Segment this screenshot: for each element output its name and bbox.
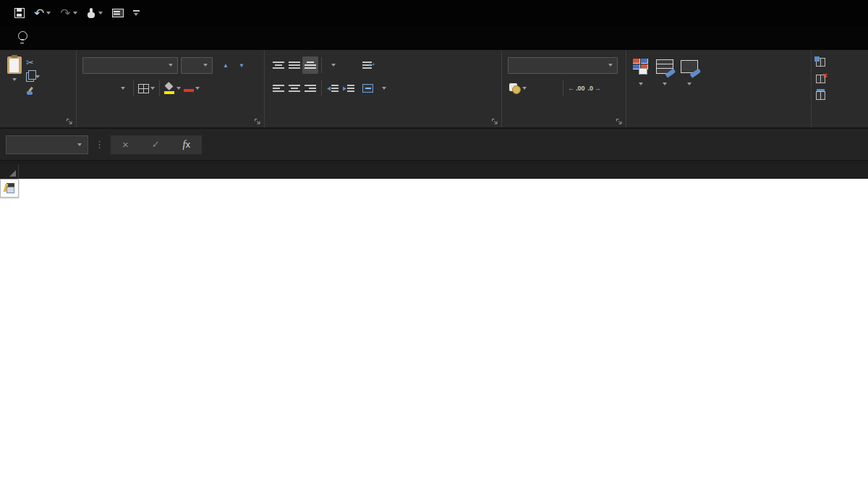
bold-button[interactable]	[82, 80, 98, 97]
chevron-down-icon[interactable]	[687, 83, 692, 85]
chevron-down-icon[interactable]	[195, 87, 200, 90]
insert-cells-icon	[816, 58, 825, 67]
conditional-formatting-icon	[633, 59, 649, 75]
align-top-button[interactable]	[271, 56, 286, 74]
touch-mode-button[interactable]	[87, 8, 103, 19]
group-estilos	[626, 50, 812, 127]
paste-clipboard-icon	[7, 56, 22, 74]
chevron-down-icon[interactable]	[73, 12, 77, 14]
chevron-down-icon[interactable]	[522, 87, 527, 90]
autofill-options-button[interactable]	[0, 179, 19, 198]
chevron-down-icon[interactable]	[12, 78, 17, 81]
ribbon-tab-row	[0, 26, 868, 50]
ribbon: ✂ ▲ ▼	[0, 50, 868, 129]
cut-icon: ✂	[26, 57, 34, 68]
chevron-down-icon	[608, 64, 613, 67]
align-bottom-button[interactable]	[302, 56, 318, 74]
group-fuente: ▲ ▼	[77, 50, 265, 127]
group-alineacion	[265, 50, 502, 127]
increase-indent-button[interactable]	[341, 80, 357, 97]
copy-button[interactable]	[26, 71, 40, 83]
select-all-corner[interactable]	[0, 164, 19, 179]
wrap-text-icon	[362, 61, 373, 69]
group-portapapeles: ✂	[0, 50, 77, 127]
format-as-table-button[interactable]	[652, 56, 677, 88]
chevron-down-icon[interactable]	[77, 143, 82, 146]
customize-qat-icon	[133, 10, 140, 16]
align-right-button[interactable]	[302, 80, 318, 97]
enter-button[interactable]: ✓	[152, 139, 160, 150]
chevron-down-icon[interactable]	[46, 12, 51, 14]
tell-me-search[interactable]	[17, 31, 33, 50]
dialog-launcher[interactable]	[66, 118, 73, 125]
number-format-select[interactable]	[508, 57, 618, 74]
accounting-format-button[interactable]	[508, 80, 528, 97]
insert-cells-button[interactable]	[816, 55, 865, 69]
font-color-button[interactable]	[182, 80, 201, 97]
insert-function-button[interactable]: fx	[183, 139, 190, 151]
view-switcher-icon	[112, 9, 124, 17]
comma-style-button[interactable]	[544, 80, 560, 97]
autofill-options-icon	[4, 183, 14, 193]
group-celdas	[812, 50, 868, 127]
borders-icon	[138, 84, 149, 93]
chevron-down-icon[interactable]	[98, 12, 103, 14]
chevron-down-icon[interactable]	[382, 87, 386, 90]
copy-icon	[26, 72, 34, 82]
dialog-launcher[interactable]	[491, 118, 498, 125]
font-size-select[interactable]	[181, 57, 213, 74]
name-box[interactable]	[6, 135, 88, 154]
fill-color-button[interactable]	[163, 80, 182, 97]
font-name-select[interactable]	[82, 57, 178, 74]
decrease-indent-button[interactable]	[325, 80, 341, 97]
align-middle-button[interactable]	[286, 56, 302, 74]
dialog-launcher[interactable]	[616, 118, 623, 125]
cell-styles-icon	[681, 60, 698, 73]
formula-bar: ⋮ × ✓ fx	[0, 129, 868, 161]
delete-cells-button[interactable]	[816, 72, 865, 86]
chevron-down-icon[interactable]	[331, 64, 336, 67]
chevron-down-icon[interactable]	[150, 87, 155, 90]
paste-button[interactable]	[7, 56, 22, 81]
borders-button[interactable]	[137, 80, 156, 97]
format-painter-icon	[26, 87, 35, 96]
save-button[interactable]	[14, 8, 25, 18]
delete-cells-icon	[816, 75, 825, 83]
align-center-button[interactable]	[286, 80, 302, 97]
underline-button[interactable]	[114, 80, 130, 97]
view-switcher-button[interactable]	[112, 9, 124, 17]
percent-style-button[interactable]	[528, 80, 544, 97]
merge-center-button[interactable]	[362, 78, 386, 98]
increase-font-button[interactable]: ▲	[217, 56, 233, 74]
align-left-button[interactable]	[271, 80, 286, 97]
undo-button[interactable]: ↶	[34, 7, 51, 20]
redo-button[interactable]: ↷	[60, 7, 77, 20]
conditional-formatting-button[interactable]	[629, 56, 652, 88]
wrap-text-button[interactable]	[362, 55, 386, 75]
column-header-row	[0, 164, 868, 179]
format-cells-button[interactable]	[816, 88, 865, 103]
chevron-down-icon[interactable]	[176, 87, 181, 90]
format-as-table-icon	[656, 59, 673, 74]
chevron-down-icon[interactable]	[639, 83, 643, 85]
decrease-font-button[interactable]: ▼	[233, 56, 249, 74]
cell-styles-button[interactable]	[677, 56, 702, 88]
chevron-down-icon[interactable]	[663, 83, 667, 85]
dialog-launcher[interactable]	[254, 118, 261, 125]
quick-access-toolbar: ↶ ↷	[0, 7, 140, 20]
cancel-button[interactable]: ×	[122, 138, 129, 151]
cut-button[interactable]: ✂	[26, 56, 40, 68]
increase-decimal-button[interactable]: ←.00	[566, 80, 587, 97]
chevron-down-icon	[203, 64, 208, 67]
italic-button[interactable]	[98, 80, 114, 97]
format-painter-button[interactable]	[26, 85, 40, 97]
touch-mode-icon	[87, 8, 96, 19]
decrease-decimal-button[interactable]: .0→	[587, 80, 603, 97]
customize-qat-button[interactable]	[133, 10, 140, 16]
chevron-down-icon[interactable]	[121, 87, 125, 90]
chevron-down-icon	[169, 64, 173, 67]
lightbulb-icon	[17, 31, 27, 43]
title-bar: ↶ ↷	[0, 0, 868, 26]
worksheet-grid	[0, 161, 868, 498]
orientation-button[interactable]	[325, 56, 341, 74]
